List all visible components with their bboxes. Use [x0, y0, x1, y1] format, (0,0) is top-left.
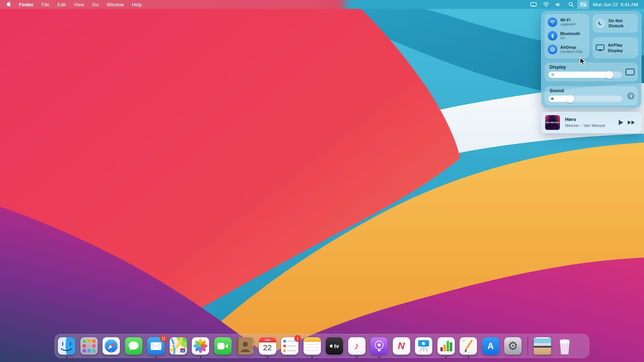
volume-slider[interactable]	[548, 96, 622, 102]
menu-item-window[interactable]: Window	[103, 0, 128, 9]
keynote-icon	[415, 337, 432, 355]
dock-item-pages[interactable]: “	[460, 337, 477, 355]
news-letter-glyph: N	[398, 340, 405, 352]
dock-item-mail[interactable]: 11	[147, 337, 165, 355]
trash-icon	[556, 337, 574, 355]
album-art[interactable]: VAN WEEZER	[545, 115, 560, 130]
notes-icon	[304, 337, 321, 355]
dock-item-picture-file[interactable]	[534, 337, 551, 355]
bluetooth-toggle[interactable]: Bluetooth On	[548, 31, 580, 41]
connectivity-module: Wi-Fi AppleWiFi Bluetooth On	[545, 14, 589, 58]
dock-item-tv[interactable]: tv	[326, 337, 343, 355]
dock-item-podcasts[interactable]	[370, 337, 388, 355]
menu-item-edit[interactable]: Edit	[53, 0, 70, 9]
display-module: Display	[545, 63, 638, 81]
running-indicator	[311, 356, 313, 358]
menu-item-help[interactable]: Help	[128, 0, 146, 9]
display-mirroring-icon	[530, 2, 537, 7]
volume-icon	[555, 2, 561, 7]
dock-item-facetime[interactable]	[214, 337, 232, 355]
dock-item-photos[interactable]	[192, 337, 209, 355]
status-control-center[interactable]	[577, 0, 589, 9]
play-button[interactable]	[618, 120, 624, 125]
do-not-disturb-toggle[interactable]: Do Not Disturb	[593, 14, 638, 32]
dock-item-reminders[interactable]: 1	[281, 337, 298, 355]
dock-item-notes[interactable]	[304, 337, 321, 355]
menu-item-file[interactable]: File	[38, 0, 53, 9]
music-note-glyph: ♪	[354, 340, 359, 352]
running-indicator	[356, 356, 357, 358]
status-volume[interactable]	[552, 0, 565, 9]
bluetooth-icon	[551, 34, 554, 38]
music-icon: ♪	[348, 337, 366, 355]
volume-slider-knob[interactable]	[567, 95, 574, 103]
music-widget: VAN WEEZER Hero Weezer – Van Weezer	[541, 112, 641, 133]
dock-item-finder[interactable]	[58, 337, 75, 355]
display-label: Display	[550, 65, 566, 70]
dock-item-keynote[interactable]	[415, 337, 432, 355]
control-center-panel: Wi-Fi AppleWiFi Bluetooth On	[541, 11, 641, 108]
status-display-mirroring[interactable]	[527, 0, 540, 9]
calendar-day: 22	[263, 342, 271, 353]
menu-bar-clock[interactable]: Mon Jun 22 9:41 AM	[589, 2, 641, 7]
sound-module: Sound	[545, 86, 638, 105]
dock-item-messages[interactable]	[125, 337, 142, 355]
airdrop-toggle[interactable]: AirDrop Contacts Only	[548, 45, 582, 54]
dock-item-news[interactable]: N	[393, 337, 410, 355]
pages-icon: “	[460, 337, 477, 355]
status-wifi[interactable]	[540, 0, 552, 9]
menu-item-view[interactable]: View	[70, 0, 88, 9]
dock-item-safari[interactable]	[103, 337, 120, 355]
screen-mirroring-button[interactable]	[626, 69, 634, 75]
sound-label: Sound	[550, 88, 564, 93]
running-indicator	[378, 356, 380, 358]
bluetooth-subtitle: On	[560, 36, 580, 40]
mouse-cursor	[580, 57, 586, 66]
display-slider-knob[interactable]	[606, 71, 613, 79]
airplay-display-icon	[596, 44, 605, 51]
news-icon: N	[393, 337, 410, 355]
dock-item-system-preferences[interactable]: ⚙	[504, 337, 522, 355]
apple-menu[interactable]	[4, 0, 15, 9]
fast-forward-button[interactable]	[627, 120, 636, 125]
running-indicator	[155, 356, 157, 358]
dock: 11 280	[55, 334, 589, 358]
reminders-badge: 1	[294, 335, 301, 342]
album-art-text: VAN WEEZER	[546, 121, 560, 124]
airplay-display-label: AirPlay Display	[608, 42, 631, 53]
airplay-audio-icon	[629, 94, 633, 98]
dock-item-maps[interactable]: 280	[170, 337, 187, 355]
running-indicator	[200, 356, 201, 358]
maps-icon: 280	[170, 337, 187, 355]
airdrop-subtitle: Contacts Only	[560, 50, 582, 54]
display-brightness-slider[interactable]	[548, 72, 622, 78]
track-artist: Weezer – Van Weezer	[565, 123, 618, 128]
dock-item-music[interactable]: ♪	[348, 337, 366, 355]
wifi-toggle[interactable]: Wi-Fi AppleWiFi	[548, 17, 576, 27]
system-preferences-icon: ⚙	[504, 337, 522, 355]
gear-icon: ⚙	[508, 339, 518, 353]
menu-item-go[interactable]: Go	[88, 0, 103, 9]
dock-item-app-store[interactable]: A	[482, 337, 499, 355]
picture-file-icon	[534, 337, 551, 355]
photos-icon	[192, 337, 209, 355]
menu-item-finder[interactable]: Finder	[15, 0, 38, 9]
tv-label: tv	[334, 343, 339, 349]
dock-item-numbers[interactable]	[437, 337, 455, 355]
dock-item-trash[interactable]	[556, 337, 574, 355]
audio-output-button[interactable]	[627, 92, 634, 99]
status-spotlight[interactable]	[565, 0, 577, 9]
wifi-subtitle: AppleWiFi	[560, 23, 576, 27]
launchpad-icon	[80, 337, 98, 355]
contacts-icon	[236, 337, 254, 355]
mail-badge: 11	[160, 335, 167, 342]
dock-item-launchpad[interactable]	[80, 337, 98, 355]
dock-item-contacts[interactable]	[236, 337, 254, 355]
tv-icon: tv	[326, 337, 343, 355]
dock-item-calendar[interactable]: JUN 22	[259, 337, 276, 355]
finder-icon	[58, 337, 75, 355]
menu-bar: Finder File Edit View Go Window Help	[0, 0, 644, 9]
app-store-letter-glyph: A	[487, 341, 494, 351]
speaker-icon	[551, 97, 555, 101]
airplay-display-toggle[interactable]: AirPlay Display	[593, 37, 638, 58]
